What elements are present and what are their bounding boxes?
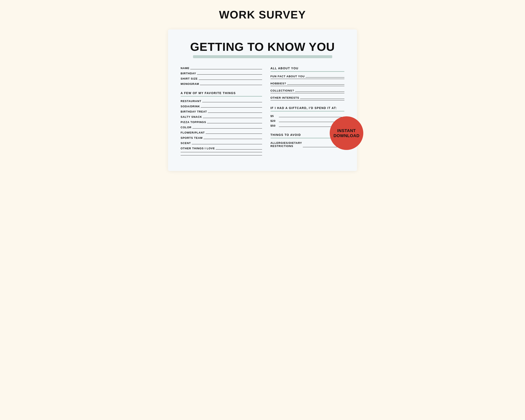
field-line-monogram (200, 85, 262, 85)
field-row-flower: FLOWER/PLANT (181, 131, 262, 134)
field-row-shirt-size: SHIRT SIZE (181, 77, 262, 80)
page-title: WORK SURVEY (219, 8, 306, 21)
field-label-shirt-size: SHIRT SIZE (181, 77, 198, 80)
hobbies-label: HOBBIES? (271, 82, 286, 85)
field-line-scent (192, 144, 262, 144)
right-column: ALL ABOUT YOU FUN FACT ABOUT YOU HOBBIES… (271, 66, 344, 158)
field-label-pizza: PIZZA TOPPINGS (181, 121, 206, 124)
field-line-name (190, 69, 262, 69)
giftcard-label-5: $5 (271, 114, 278, 118)
field-line-sports (204, 139, 262, 139)
collections-row: COLLECTIONS? (271, 89, 344, 92)
all-about-underline (271, 71, 344, 72)
field-label-bday-treat: BIRTHDAY TREAT (181, 110, 207, 113)
field-label-monogram: MONOGRAM (181, 82, 199, 85)
field-row-birthday: BIRTHDAY (181, 72, 262, 75)
giftcard-row-20: $20 (271, 119, 344, 122)
giftcard-row-5: $5 (271, 114, 344, 118)
field-label-salty-snack: SALTY SNACK (181, 115, 202, 118)
doc-title: GETTING TO KNOW YOU (181, 40, 344, 54)
field-line-salty-snack (203, 118, 262, 118)
field-row-pizza: PIZZA TOPPINGS (181, 121, 262, 124)
field-line-bday-treat (208, 112, 262, 113)
allergies-label: ALLERGIES/DIETARYRESTRICTIONS (271, 141, 302, 148)
field-label-sports: SPORTS TEAM (181, 136, 203, 140)
collections-label: COLLECTIONS? (271, 89, 294, 92)
field-label-other-love: OTHER THINGS I LOVE (181, 147, 215, 150)
field-label-restaurant: RESTAURANT (181, 100, 201, 103)
basic-fields-group: NAME BIRTHDAY SHIRT SIZE MONOGRAM (181, 66, 262, 85)
field-label-color: COLOR (181, 126, 192, 129)
extra-line-2 (181, 155, 262, 155)
all-about-title: ALL ABOUT YOU (271, 66, 344, 70)
bottom-extra-lines (181, 152, 262, 155)
fun-fact-row: FUN FACT ABOUT YOU (271, 75, 344, 78)
field-line-color (192, 128, 262, 129)
fun-fact-block: FUN FACT ABOUT YOU (271, 75, 344, 79)
two-column-layout: NAME BIRTHDAY SHIRT SIZE MONOGRAM (181, 66, 344, 158)
field-row-restaurant: RESTAURANT (181, 100, 262, 103)
other-interests-line (300, 99, 344, 99)
collections-block: COLLECTIONS? (271, 89, 344, 93)
fun-fact-line (306, 77, 344, 77)
field-label-name: NAME (181, 66, 189, 70)
extra-line-1 (181, 152, 262, 152)
field-row-salty-snack: SALTY SNACK (181, 115, 262, 118)
instant-download-badge: INSTANTDOWNLOAD (330, 116, 363, 150)
giftcard-underline (271, 111, 344, 112)
giftcard-label-50: $50 (271, 124, 278, 127)
fun-fact-label: FUN FACT ABOUT YOU (271, 75, 305, 78)
favorites-section: A FEW OF MY FAVORITE THINGS RESTAURANT S… (181, 91, 262, 155)
hobbies-line (287, 84, 344, 85)
field-row-scent: SCENT (181, 141, 262, 145)
all-about-section: ALL ABOUT YOU FUN FACT ABOUT YOU HOBBIES… (271, 66, 344, 100)
field-line-shirt-size (199, 80, 262, 80)
hobbies-extra-line (271, 86, 344, 86)
other-interests-block: OTHER INTERESTS (271, 96, 344, 100)
field-row-name: NAME (181, 66, 262, 70)
field-row-sports: SPORTS TEAM (181, 136, 262, 140)
field-row-soda: SODA/DRINK (181, 105, 262, 108)
field-label-flower: FLOWER/PLANT (181, 131, 205, 134)
field-row-bday-treat: BIRTHDAY TREAT (181, 110, 262, 113)
field-label-birthday: BIRTHDAY (181, 72, 196, 75)
field-line-birthday (197, 74, 262, 75)
fun-fact-extra-line (271, 79, 344, 79)
field-line-other-love (216, 149, 262, 149)
field-line-soda (201, 107, 262, 108)
field-row-other-love: OTHER THINGS I LOVE (181, 147, 262, 150)
field-row-monogram: MONOGRAM (181, 82, 262, 85)
favorites-title: A FEW OF MY FAVORITE THINGS (181, 91, 262, 95)
giftcard-line-5 (279, 117, 344, 117)
collections-line (295, 92, 344, 92)
other-interests-label: OTHER INTERESTS (271, 96, 299, 99)
other-interests-row: OTHER INTERESTS (271, 96, 344, 99)
other-interests-extra-line (271, 100, 344, 100)
giftcard-title: IF I HAD A GIFTCARD, I'D SPEND IT AT: (271, 106, 344, 110)
hobbies-row: HOBBIES? (271, 82, 344, 85)
field-line-pizza (207, 123, 262, 123)
title-underline-decoration (193, 55, 332, 58)
instant-badge-text: INSTANTDOWNLOAD (333, 128, 359, 138)
favorites-underline (181, 96, 262, 97)
collections-extra-line (271, 93, 344, 93)
hobbies-block: HOBBIES? (271, 82, 344, 86)
document: GETTING TO KNOW YOU NAME BIRTHDAY SHIRT … (168, 29, 357, 171)
left-column: NAME BIRTHDAY SHIRT SIZE MONOGRAM (181, 66, 262, 158)
giftcard-label-20: $20 (271, 119, 278, 122)
field-label-scent: SCENT (181, 141, 191, 145)
field-label-soda: SODA/DRINK (181, 105, 200, 108)
field-line-restaurant (202, 102, 262, 102)
field-row-color: COLOR (181, 126, 262, 129)
